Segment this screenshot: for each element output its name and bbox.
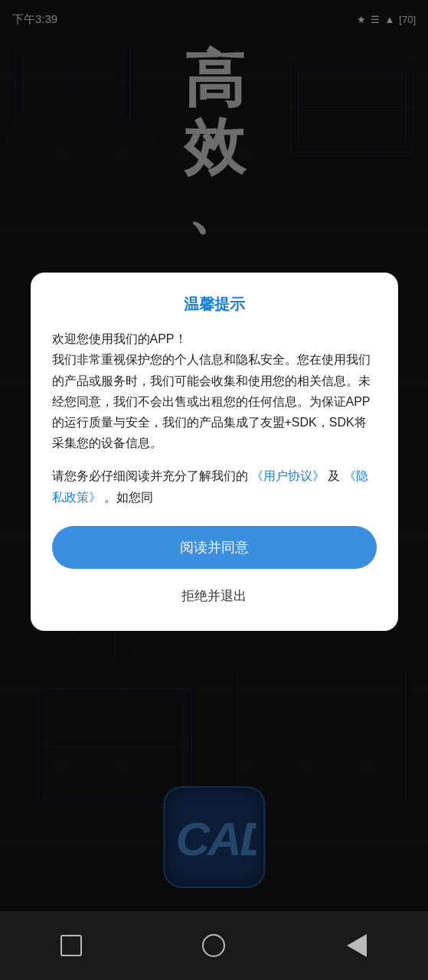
dialog-links: 请您务必仔细阅读并充分了解我们的 《用户协议》 及 《隐私政策》 。如您同 xyxy=(52,466,377,507)
nav-bar xyxy=(0,911,428,980)
modal-overlay: 温馨提示 欢迎您使用我们的APP！ 我们非常重视保护您的个人信息和隐私安全。您在… xyxy=(0,0,428,980)
reject-button[interactable]: 拒绝并退出 xyxy=(52,580,377,612)
user-agreement-link[interactable]: 《用户协议》 xyxy=(251,469,325,482)
privacy-dialog: 温馨提示 欢迎您使用我们的APP！ 我们非常重视保护您的个人信息和隐私安全。您在… xyxy=(31,273,398,631)
nav-square-icon xyxy=(60,935,82,956)
nav-home-button[interactable] xyxy=(193,925,235,967)
dialog-body: 欢迎您使用我们的APP！ 我们非常重视保护您的个人信息和隐私安全。您在使用我们的… xyxy=(52,328,377,453)
links-and: 及 xyxy=(328,469,340,482)
dialog-body-text: 欢迎您使用我们的APP！ 我们非常重视保护您的个人信息和隐私安全。您在使用我们的… xyxy=(52,328,377,453)
accept-button[interactable]: 阅读并同意 xyxy=(52,526,377,569)
nav-recent-button[interactable] xyxy=(51,925,93,967)
nav-back-button[interactable] xyxy=(335,925,377,967)
nav-triangle-icon xyxy=(347,934,367,957)
nav-circle-icon xyxy=(202,934,225,957)
links-suffix: 。如您同 xyxy=(104,491,153,504)
dialog-title: 温馨提示 xyxy=(52,294,377,315)
links-prefix: 请您务必仔细阅读并充分了解我们的 xyxy=(52,469,248,482)
